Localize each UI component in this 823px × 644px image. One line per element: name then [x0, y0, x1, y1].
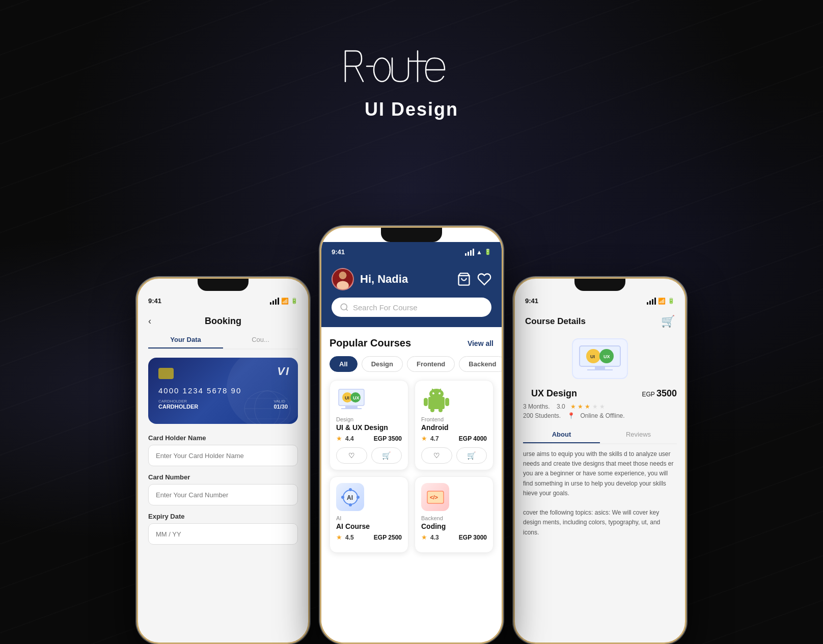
svg-text:UI: UI	[345, 395, 349, 400]
uiux-category: Design	[336, 416, 402, 422]
android-rating: 4.7	[430, 435, 439, 442]
expiry-label: Expiry Date	[148, 513, 298, 520]
coding-rating: 4.3	[430, 534, 439, 541]
left-time: 9:41	[148, 297, 161, 305]
right-phone-inner: 9:41 📶 🔋 Course Details 🛒	[515, 279, 685, 642]
ai-star: ★	[336, 533, 342, 541]
ai-svg: AI	[340, 487, 361, 507]
course-card-ai: AI AI AI Course ★ 4.5 EGP	[330, 476, 408, 553]
svg-text:UX: UX	[603, 354, 610, 359]
greeting-row: Hi, Nadia	[332, 268, 491, 290]
course-grid: UI UX Design UI & UX Design ★ 4.4 EGP 35…	[330, 380, 493, 553]
android-price-row: ★ 4.7 EGP 4000	[421, 435, 487, 442]
course-meta-students: 200 Students. 📍 Online & Offline.	[515, 412, 685, 419]
rating-value: 3.0	[557, 403, 565, 410]
svg-rect-29	[445, 398, 449, 406]
heart-icon[interactable]	[477, 272, 491, 286]
tab-reviews[interactable]: Reviews	[600, 426, 677, 443]
tab-about[interactable]: About	[523, 426, 600, 443]
left-notch	[198, 279, 249, 291]
filter-backend[interactable]: Backend	[459, 356, 502, 372]
right-time: 9:41	[525, 297, 538, 305]
cart-icon[interactable]	[457, 272, 471, 286]
credit-card: VI 4000 1234 5678 90 CARDHOLDER CARDHOLD…	[148, 358, 298, 424]
booking-tabs: Your Data Cou...	[148, 332, 298, 350]
android-wishlist-btn[interactable]: ♡	[421, 447, 452, 464]
coding-price-row: ★ 4.3 EGP 3000	[421, 533, 487, 541]
tab-course[interactable]: Cou...	[223, 332, 298, 348]
android-price: EGP 4000	[459, 435, 487, 442]
page-subtitle: UI Design	[340, 99, 483, 120]
holder-name-input[interactable]	[148, 445, 298, 466]
coding-icon: </>	[421, 483, 449, 511]
uiux-cart-btn[interactable]: 🛒	[371, 447, 402, 464]
svg-point-12	[339, 272, 347, 279]
svg-rect-30	[430, 408, 434, 412]
course-main-icon-container: UI UX	[515, 333, 685, 384]
description-para2: cover the following topics: asics: We wi…	[523, 508, 677, 538]
uiux-wishlist-btn[interactable]: ♡	[336, 447, 367, 464]
avatar-svg	[333, 268, 353, 289]
booking-form: Card Holder Name Card Number Expiry Date	[138, 434, 308, 552]
view-all-link[interactable]: View all	[468, 339, 493, 347]
card-holder-name: CARDHOLDER	[158, 404, 198, 410]
svg-point-37	[349, 503, 352, 506]
popular-title: Popular Courses	[330, 337, 411, 349]
svg-point-14	[341, 304, 347, 310]
phone-left: 9:41 📶 🔋 ‹ Booking	[136, 277, 310, 644]
card-brand: VI	[277, 365, 290, 378]
right-cart-icon[interactable]: 🛒	[661, 315, 675, 328]
uiux-rating: 4.4	[345, 435, 354, 442]
duration: 3 Months.	[523, 403, 550, 410]
tab-your-data[interactable]: Your Data	[148, 332, 223, 348]
card-holder-label: CARDHOLDER	[158, 399, 198, 404]
expiry-input[interactable]	[148, 523, 298, 545]
filter-tabs: All Design Frontend Backend	[330, 356, 493, 372]
ai-name: AI Course	[336, 522, 402, 530]
phone-right: 9:41 📶 🔋 Course Details 🛒	[513, 277, 687, 644]
uiux-svg: UI UX	[336, 387, 367, 412]
user-avatar	[332, 268, 354, 290]
ai-price-row: ★ 4.5 EGP 2500	[336, 533, 402, 541]
left-status-icons: 📶 🔋	[270, 298, 298, 305]
svg-rect-31	[438, 408, 443, 412]
cart-android: 🛒	[467, 451, 476, 460]
heart-icon-btn: ♡	[348, 451, 355, 460]
right-notch	[574, 279, 625, 291]
description-para1: urse aims to equip you with the skills d…	[523, 449, 677, 498]
header: UI Design	[340, 41, 483, 120]
back-button[interactable]: ‹	[148, 316, 151, 327]
right-header: Course Details 🛒	[515, 308, 685, 333]
ui-ux-main-display: UI UX	[572, 338, 628, 379]
course-details-title: Course Details	[525, 316, 586, 327]
card-chip	[158, 368, 174, 379]
android-cart-btn[interactable]: 🛒	[456, 447, 487, 464]
ai-price: EGP 2500	[374, 534, 402, 541]
uiux-star: ★	[336, 435, 342, 442]
center-status-icons: ▲ 🔋	[465, 249, 491, 256]
route-logo-svg	[340, 41, 483, 92]
courses-section: Popular Courses View all All Design Fron…	[321, 327, 502, 642]
search-icon	[340, 303, 349, 312]
detail-course-name: UX Design	[523, 388, 585, 399]
phones-container: 9:41 📶 🔋 ‹ Booking	[106, 185, 717, 644]
header-action-icons	[457, 272, 491, 286]
filter-all[interactable]: All	[330, 356, 358, 372]
uiux-price-row: ★ 4.4 EGP 3500	[336, 435, 402, 442]
coding-category: Backend	[421, 515, 487, 521]
center-header: Hi, Nadia	[321, 259, 502, 327]
uiux-icon: UI UX	[336, 387, 367, 412]
svg-text:AI: AI	[347, 494, 353, 501]
filter-frontend[interactable]: Frontend	[407, 356, 455, 372]
search-bar[interactable]: Search For Course	[332, 298, 491, 317]
android-star: ★	[421, 435, 427, 442]
right-status-bar: 9:41 📶 🔋	[515, 291, 685, 308]
svg-point-1	[374, 58, 390, 82]
filter-design[interactable]: Design	[362, 356, 403, 372]
svg-point-34	[349, 488, 352, 491]
card-number-input[interactable]	[148, 484, 298, 505]
course-detail-name-price: UX Design EGP EGP 35003500	[515, 384, 685, 403]
android-category: Frontend	[421, 416, 487, 422]
booking-header-row: ‹ Booking	[138, 308, 308, 332]
delivery: Online & Offline.	[580, 412, 624, 419]
